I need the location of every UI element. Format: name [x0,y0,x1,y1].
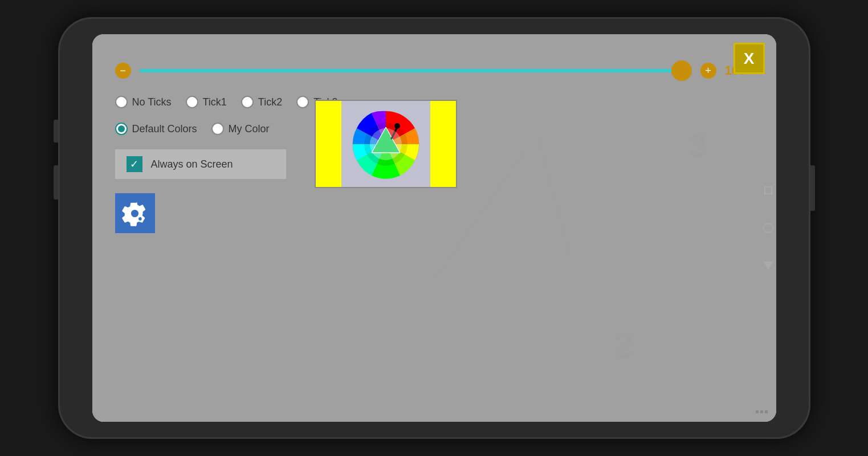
svg-point-9 [138,217,142,221]
close-button[interactable]: X [733,43,765,74]
advanced-settings-button[interactable] [115,193,155,233]
color-swatch-right [430,101,456,187]
screen: 3 2 X − + 100 [92,34,776,422]
always-on-screen-checkbox[interactable]: ✓ [127,156,142,172]
radio-label-my-color: My Color [229,123,270,135]
nav-dots [756,410,768,413]
radio-circle-default-colors[interactable] [115,123,128,135]
radio-tick2[interactable]: Tick2 [241,96,282,108]
radio-circle-no-ticks[interactable] [115,96,128,108]
slider-minus-button[interactable]: − [115,63,131,79]
radio-label-tick1: Tick1 [203,96,227,108]
radio-circle-tick1[interactable] [186,96,198,108]
radio-circle-tick3[interactable] [296,96,309,108]
always-on-screen-label: Always on Screen [151,158,233,170]
slider-thumb[interactable] [671,60,692,81]
colors-row: Default Colors My Color [115,123,753,135]
dot-1 [756,410,759,413]
dot-2 [760,410,763,413]
back-button[interactable] [763,262,773,270]
slider-plus-button[interactable]: + [700,63,716,79]
gear-icon [122,201,148,226]
radio-circle-my-color[interactable] [211,123,224,135]
always-on-screen-row[interactable]: ✓ Always on Screen [115,149,286,179]
dot-3 [765,410,768,413]
settings-panel: X − + 100 No Ticks [92,34,776,422]
radio-circle-tick2[interactable] [241,96,254,108]
close-icon: X [744,51,755,67]
radio-my-color[interactable]: My Color [211,123,270,135]
radio-default-colors[interactable]: Default Colors [115,123,197,135]
hardware-buttons-overlay [763,34,773,422]
radio-label-no-ticks: No Ticks [132,96,172,108]
checkmark-icon: ✓ [130,158,138,170]
radio-tick1[interactable]: Tick1 [186,96,227,108]
radio-label-default-colors: Default Colors [132,123,197,135]
square-button[interactable] [764,186,772,194]
opacity-slider[interactable] [140,69,692,72]
radio-label-tick2: Tick2 [258,96,282,108]
color-wheel-icon[interactable] [349,107,423,181]
circle-button[interactable] [763,223,773,233]
radio-no-ticks[interactable]: No Ticks [115,96,172,108]
opacity-slider-row: − + 100 [115,63,753,79]
volume-down-button[interactable] [54,165,58,199]
phone-frame: 3 2 X − + 100 [58,17,810,439]
volume-up-button[interactable] [54,120,58,142]
color-swatch-left [316,101,341,187]
svg-point-7 [370,128,402,160]
svg-point-6 [394,123,400,129]
color-wheel-popup[interactable] [315,100,457,188]
power-button[interactable] [810,165,815,211]
